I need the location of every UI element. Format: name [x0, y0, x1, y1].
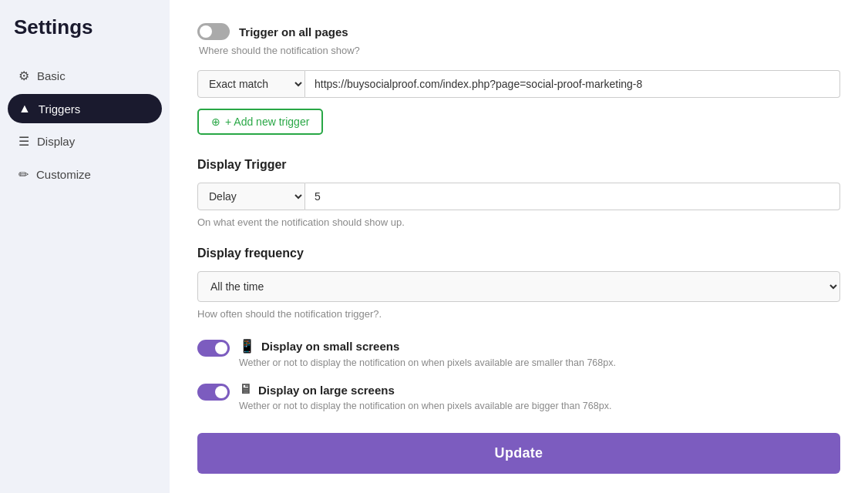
- add-trigger-label: + Add new trigger: [225, 116, 309, 128]
- sidebar-item-label-basic: Basic: [37, 69, 66, 82]
- delay-type-select[interactable]: Delay Scroll Exit intent: [197, 183, 305, 210]
- gear-icon: ⚙: [19, 69, 29, 83]
- small-screen-icon: 📱: [239, 338, 255, 354]
- delay-row: Delay Scroll Exit intent: [197, 183, 840, 210]
- trigger-all-pages-sub: Where should the notification show?: [197, 45, 840, 56]
- sidebar-item-label-triggers: Triggers: [39, 102, 80, 116]
- sidebar-item-display[interactable]: ☰ Display: [8, 126, 162, 156]
- display-trigger-title: Display Trigger: [197, 158, 840, 172]
- sidebar-item-customize[interactable]: ✏ Customize: [8, 159, 162, 189]
- small-screens-label: Display on small screens: [261, 340, 399, 353]
- display-trigger-hint: On what event the notification should sh…: [197, 216, 840, 228]
- large-screens-sub: Wether or not to display the notificatio…: [239, 401, 840, 411]
- sidebar-item-basic[interactable]: ⚙ Basic: [8, 61, 162, 91]
- trigger-icon: ▲: [19, 102, 31, 116]
- large-screens-row: 🖥 Display on large screens Wether or not…: [197, 382, 840, 411]
- sidebar-item-triggers[interactable]: ▲ Triggers: [8, 94, 162, 123]
- display-icon: ☰: [19, 134, 29, 149]
- customize-icon: ✏: [19, 167, 29, 182]
- frequency-hint: How often should the notification trigge…: [197, 308, 840, 320]
- page-title: Settings: [8, 15, 162, 39]
- plus-icon: ⊕: [211, 116, 220, 128]
- match-type-select[interactable]: Exact match Contains Starts with Ends wi…: [197, 70, 305, 98]
- large-screens-toggle[interactable]: [197, 384, 230, 401]
- add-trigger-button[interactable]: ⊕ + Add new trigger: [197, 109, 323, 135]
- small-screens-row: 📱 Display on small screens Wether or not…: [197, 338, 840, 368]
- delay-value-input[interactable]: [305, 183, 840, 210]
- large-screens-label: Display on large screens: [258, 384, 395, 397]
- display-frequency-title: Display frequency: [197, 246, 840, 260]
- sidebar-item-label-display: Display: [37, 135, 75, 148]
- large-screen-icon: 🖥: [239, 382, 252, 397]
- url-input[interactable]: [305, 70, 840, 98]
- trigger-all-pages-toggle[interactable]: [197, 23, 230, 40]
- update-button[interactable]: Update: [197, 433, 840, 474]
- sidebar: Settings ⚙ Basic ▲ Triggers ☰ Display ✏ …: [0, 0, 170, 493]
- trigger-all-pages-label: Trigger on all pages: [239, 25, 348, 39]
- url-match-row: Exact match Contains Starts with Ends wi…: [197, 70, 840, 98]
- small-screens-sub: Wether or not to display the notificatio…: [239, 357, 840, 368]
- sidebar-item-label-customize: Customize: [36, 168, 91, 181]
- trigger-all-pages-row: Trigger on all pages: [197, 23, 840, 40]
- main-content: Trigger on all pages Where should the no…: [170, 0, 868, 493]
- small-screens-toggle[interactable]: [197, 340, 230, 357]
- frequency-select[interactable]: All the time Once per session Once per d…: [197, 271, 840, 302]
